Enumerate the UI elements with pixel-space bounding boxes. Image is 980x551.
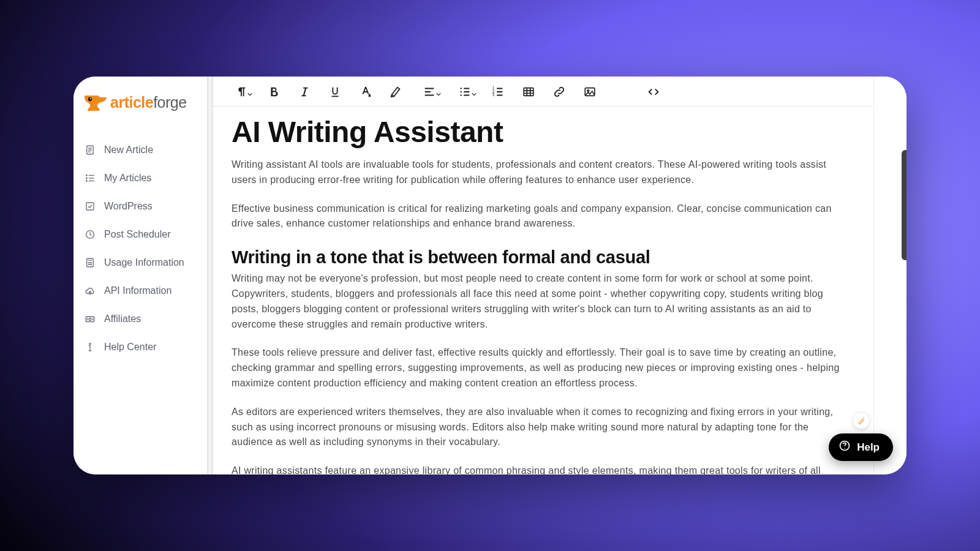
help-label: Help xyxy=(857,441,880,454)
sidebar-item-wordpress[interactable]: WordPress xyxy=(74,192,207,220)
sidebar-item-my-articles[interactable]: My Articles xyxy=(74,164,207,192)
svg-text:3: 3 xyxy=(492,92,495,97)
sidebar-item-label: API Information xyxy=(104,285,172,296)
svg-point-16 xyxy=(88,263,89,263)
list-icon xyxy=(85,173,96,184)
sidebar-item-label: Help Center xyxy=(104,342,156,353)
svg-point-0 xyxy=(88,97,92,100)
magic-wand-button[interactable] xyxy=(853,412,870,429)
brand-wordmark: articleforge xyxy=(110,94,187,111)
sidebar-item-label: Usage Information xyxy=(104,257,184,268)
image-button[interactable] xyxy=(583,85,597,99)
article-subheading: Writing in a tone that is between formal… xyxy=(232,247,849,268)
vertical-divider xyxy=(207,77,213,474)
svg-point-52 xyxy=(587,90,589,92)
svg-point-27 xyxy=(89,343,91,345)
document-icon xyxy=(85,144,96,156)
svg-point-35 xyxy=(460,91,461,92)
help-button[interactable]: Help xyxy=(829,433,893,461)
ordered-list-button[interactable]: 123 xyxy=(491,85,505,99)
align-button[interactable] xyxy=(420,85,439,99)
sidebar-item-post-scheduler[interactable]: Post Scheduler xyxy=(74,220,207,249)
article-title: AI Writing Assistant xyxy=(232,115,849,149)
article-paragraph: As editors are experienced writers thems… xyxy=(232,405,849,450)
article-editor[interactable]: AI Writing Assistant Writing assistant A… xyxy=(213,107,873,474)
italic-button[interactable] xyxy=(298,85,311,99)
sidebar-item-label: New Article xyxy=(104,144,153,156)
svg-rect-46 xyxy=(524,88,533,96)
svg-point-10 xyxy=(86,178,88,179)
sidebar: articleforge New Article My Articles xyxy=(74,77,207,474)
table-button[interactable] xyxy=(522,85,535,99)
sidebar-item-new-article[interactable]: New Article xyxy=(74,136,207,164)
bullet-list-button[interactable] xyxy=(456,85,474,99)
svg-rect-12 xyxy=(86,203,94,210)
help-circle-icon xyxy=(839,440,851,455)
link-button[interactable] xyxy=(552,85,566,99)
code-view-button[interactable] xyxy=(647,85,660,99)
svg-point-20 xyxy=(90,264,91,265)
svg-point-24 xyxy=(89,318,91,321)
chevron-down-icon xyxy=(436,92,441,97)
chevron-down-icon xyxy=(472,92,477,97)
svg-point-18 xyxy=(91,263,92,263)
underline-button[interactable] xyxy=(328,85,342,99)
anvil-icon xyxy=(83,94,108,111)
article-paragraph: Writing may not be everyone's profession… xyxy=(232,271,849,332)
svg-point-34 xyxy=(460,88,461,89)
sidebar-item-usage-information[interactable]: Usage Information xyxy=(74,249,207,277)
info-icon xyxy=(85,342,96,353)
editor-toolbar: 123 xyxy=(213,77,873,107)
clock-icon xyxy=(85,229,96,240)
sidebar-item-label: WordPress xyxy=(104,201,153,212)
checkbox-icon xyxy=(85,201,96,212)
svg-point-17 xyxy=(90,263,91,263)
svg-point-9 xyxy=(86,175,88,176)
sidebar-item-api-information[interactable]: API Information xyxy=(74,277,207,305)
sidebar-item-label: Affiliates xyxy=(104,313,141,324)
right-gutter xyxy=(873,77,907,474)
chevron-down-icon xyxy=(247,92,252,97)
article-paragraph: Effective business communication is crit… xyxy=(232,201,849,232)
sidebar-item-label: My Articles xyxy=(104,173,151,184)
article-paragraph: AI writing assistants feature an expansi… xyxy=(232,463,849,474)
sidebar-item-help-center[interactable]: Help Center xyxy=(74,333,207,361)
article-paragraph: These tools relieve pressure and deliver… xyxy=(232,345,849,391)
svg-point-21 xyxy=(91,264,92,265)
sidebar-item-label: Post Scheduler xyxy=(104,229,171,240)
main-area: 123 AI Writing Assistant Writing assista… xyxy=(213,77,873,474)
scrollbar-thumb[interactable] xyxy=(902,150,907,260)
svg-point-36 xyxy=(460,94,461,96)
svg-point-1 xyxy=(90,98,91,99)
svg-point-54 xyxy=(844,448,845,449)
article-paragraph: Writing assistant AI tools are invaluabl… xyxy=(232,157,849,188)
sidebar-nav: New Article My Articles WordPress Post S… xyxy=(74,130,207,367)
money-icon xyxy=(85,313,96,324)
brand-logo: articleforge xyxy=(74,94,207,130)
text-color-button[interactable] xyxy=(359,85,372,99)
paragraph-format-button[interactable] xyxy=(232,85,250,99)
bold-button[interactable] xyxy=(267,85,281,99)
svg-point-19 xyxy=(88,264,89,265)
sidebar-item-affiliates[interactable]: Affiliates xyxy=(74,305,207,333)
highlight-button[interactable] xyxy=(390,85,403,99)
cloud-icon xyxy=(85,285,96,296)
calculator-icon xyxy=(85,257,96,268)
svg-point-11 xyxy=(86,181,88,182)
app-window: articleforge New Article My Articles xyxy=(74,77,907,474)
